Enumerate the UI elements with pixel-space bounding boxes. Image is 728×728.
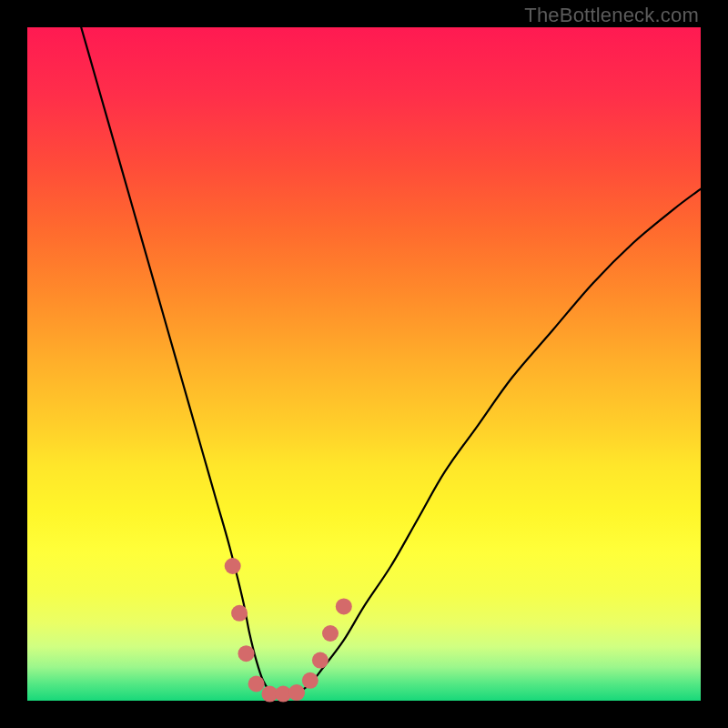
chart-stage: TheBottleneck.com [0, 0, 728, 728]
highlight-dot [312, 652, 329, 669]
highlight-dot [336, 598, 352, 614]
highlight-dot [238, 645, 255, 662]
highlight-dots [225, 558, 352, 703]
plot-area [27, 27, 701, 701]
highlight-dot [322, 625, 339, 642]
highlight-dot [248, 676, 265, 693]
highlight-dot [288, 684, 305, 701]
curve-layer [27, 27, 701, 701]
watermark-text: TheBottleneck.com [524, 4, 699, 27]
highlight-dot [231, 605, 248, 622]
bottleneck-curve [81, 27, 701, 694]
highlight-dot [225, 558, 241, 574]
highlight-dot [302, 672, 318, 689]
